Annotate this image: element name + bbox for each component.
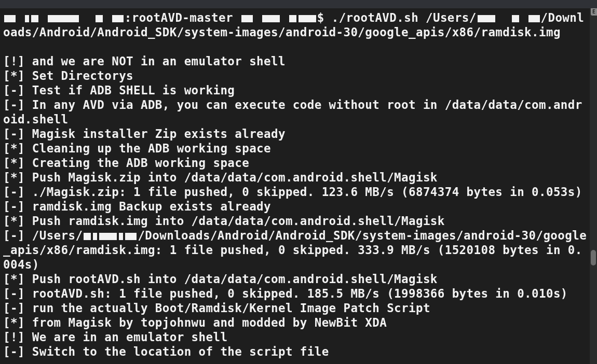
output-line: [-] ramdisk.img Backup exists already <box>3 200 271 213</box>
output-line: [!] We are in an emulator shell <box>3 330 227 344</box>
output-line: [*] from Magisk by topjohnwu and modded … <box>3 316 387 329</box>
command-prefix: ./rootAVD.sh /Users/ <box>332 11 477 24</box>
redacted-segment <box>298 15 316 22</box>
output-line: [*] Push rootAVD.sh into /data/data/com.… <box>3 272 438 286</box>
redacted-segment <box>96 15 103 22</box>
output-text: [-] /Users/ <box>3 229 83 242</box>
output-line: [-] run the actually Boot/Ramdisk/Kernel… <box>3 301 430 315</box>
output-line: [*] Cleaning up the ADB working space <box>3 142 271 155</box>
redacted-segment <box>31 15 38 22</box>
output-line: [!] and we are NOT in an emulator shell <box>3 54 286 68</box>
redacted-segment <box>25 15 29 22</box>
output-line: [*] Set Directorys <box>3 69 133 82</box>
redacted-segment <box>528 15 540 22</box>
scrollbar-thumb[interactable] <box>591 250 596 265</box>
terminal-output: :rootAVD-master $ ./rootAVD.sh /Users/ /… <box>0 8 591 359</box>
output-line: [-] Magisk installer Zip exists already <box>3 127 286 141</box>
redacted-segment <box>241 15 253 22</box>
prompt-line: :rootAVD-master $ ./rootAVD.sh /Users/ /… <box>3 10 588 39</box>
corner-badge: E <box>591 8 597 16</box>
output-line: [*] Push ramdisk.img into /data/data/com… <box>3 214 445 228</box>
scrollbar-track[interactable] <box>590 8 597 364</box>
terminal-pane[interactable]: :rootAVD-master $ ./rootAVD.sh /Users/ /… <box>0 8 597 364</box>
window-titlebar <box>0 0 597 8</box>
output-line: [*] Push Magisk.zip into /data/data/com.… <box>3 171 438 184</box>
output-line: [-] rootAVD.sh: 1 file pushed, 0 skipped… <box>3 287 568 300</box>
output-line: [-] ./Magisk.zip: 1 file pushed, 0 skipp… <box>3 185 582 199</box>
output-line: [-] Test if ADB SHELL is working <box>3 83 235 97</box>
redacted-segment <box>125 233 137 240</box>
output-line: [-] In any AVD via ADB, you can execute … <box>3 98 582 126</box>
output-line: [*] Creating the ADB working space <box>3 156 249 170</box>
redacted-segment <box>289 15 296 22</box>
prompt-dir: :rootAVD-master <box>125 11 240 24</box>
redacted-segment <box>478 15 495 22</box>
redacted-segment <box>4 15 16 22</box>
redacted-segment <box>512 15 519 22</box>
prompt-symbol: $ <box>317 11 332 24</box>
redacted-segment <box>119 233 123 240</box>
output-line: [-] Switch to the location of the script… <box>3 345 329 358</box>
redacted-segment <box>99 233 117 240</box>
redacted-segment <box>112 15 124 22</box>
redacted-segment <box>84 233 91 240</box>
redacted-segment <box>93 233 97 240</box>
redacted-segment <box>48 15 79 22</box>
output-line: [-] /Users//Downloads/Android/Android_SD… <box>3 229 587 271</box>
redacted-segment <box>262 15 280 22</box>
